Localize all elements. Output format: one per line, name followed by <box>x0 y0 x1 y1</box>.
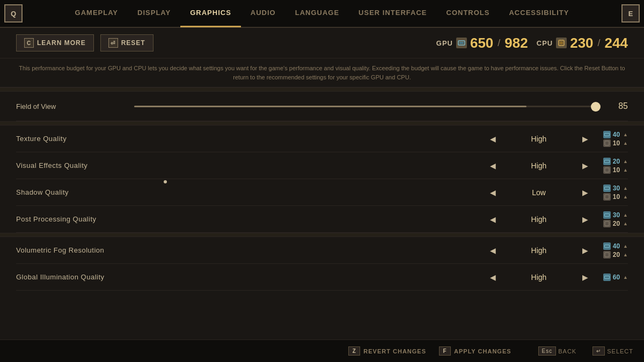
setting-control-3: ◀High▶ <box>487 214 590 225</box>
reset-button[interactable]: ⏎ RESET <box>100 34 153 51</box>
gpu-up-arrow-0: ▲ <box>623 132 628 137</box>
arrow-left-2[interactable]: ◀ <box>487 187 498 198</box>
setting-control-0: ◀High▶ <box>487 134 590 144</box>
nav-left-key[interactable]: Q <box>4 4 23 23</box>
gpu-cost-3: 30▲ <box>603 211 628 219</box>
arrow-left-11[interactable]: ◀ <box>487 272 498 283</box>
gpu-current: 650 <box>470 35 493 51</box>
gpu-up-arrow-3: ▲ <box>623 212 628 218</box>
svg-rect-1 <box>459 42 464 44</box>
tab-accessibility[interactable]: ACCESSIBILITY <box>499 0 579 27</box>
gpu-cost-value-3: 30 <box>613 211 620 219</box>
tab-language[interactable]: LANGUAGE <box>286 0 349 27</box>
setting-label-10: Volumetric Fog Resolution <box>16 246 487 254</box>
arrow-right-3[interactable]: ▶ <box>580 214 590 225</box>
setting-row-0: Texture Quality◀High▶40▲10▲ <box>16 125 628 152</box>
setting-label-11: Global Illumination Quality <box>16 273 487 281</box>
arrow-right-2[interactable]: ▶ <box>580 187 590 198</box>
arrow-right-0[interactable]: ▶ <box>580 134 590 144</box>
fov-slider-track[interactable] <box>134 106 596 107</box>
cpu-up-arrow-2: ▲ <box>623 194 628 200</box>
cost-badges-0: 40▲10▲ <box>590 131 628 147</box>
fov-section: Field of View 85 <box>0 92 644 121</box>
arrow-left-1[interactable]: ◀ <box>487 160 498 171</box>
cpu-icon <box>556 38 567 48</box>
fov-slider-thumb[interactable] <box>591 102 601 112</box>
back-key: Esc <box>538 346 557 356</box>
arrow-left-3[interactable]: ◀ <box>487 214 498 225</box>
cost-badges-11: 60▲ <box>590 274 628 281</box>
setting-value-2: Low <box>507 188 571 197</box>
tab-controls[interactable]: CONTROLS <box>437 0 500 27</box>
cpu-dot-2 <box>603 193 611 201</box>
apply-changes-action[interactable]: F APPLY CHANGES <box>439 346 511 356</box>
setting-value-10: High <box>507 246 571 255</box>
cpu-cost-10: 20▲ <box>603 251 628 258</box>
back-action[interactable]: Esc BACK <box>538 346 577 356</box>
gpu-dot-1 <box>603 158 611 165</box>
gpu-label: GPU <box>436 39 453 47</box>
select-label: SELECT <box>607 348 633 354</box>
arrow-right-11[interactable]: ▶ <box>580 272 590 283</box>
nav-right-key[interactable]: E <box>621 4 640 23</box>
fov-label: Field of View <box>16 102 123 110</box>
back-label: BACK <box>558 348 576 354</box>
gpu-cost-2: 30▲ <box>603 184 628 192</box>
svg-rect-17 <box>605 161 609 162</box>
cpu-up-arrow-1: ▲ <box>623 167 628 173</box>
cpu-budget: CPU 230 / 244 <box>537 35 628 51</box>
gpu-icon <box>456 38 467 48</box>
tab-gameplay[interactable]: GAMEPLAY <box>65 0 128 27</box>
cost-badges-2: 30▲10▲ <box>590 184 628 201</box>
gpu-cost-value-0: 40 <box>613 131 620 138</box>
tab-user-interface[interactable]: USER INTERFACE <box>349 0 436 27</box>
fov-slider-container[interactable] <box>123 106 606 107</box>
fov-value: 85 <box>606 101 628 111</box>
section-divider-3 <box>0 233 644 237</box>
cpu-separator: / <box>598 38 601 49</box>
gpu-dot-2 <box>603 184 611 192</box>
cpu-cost-2: 10▲ <box>603 193 628 201</box>
cost-badges-10: 40▲20▲ <box>590 242 628 258</box>
cpu-cost-value-1: 10 <box>613 166 620 174</box>
revert-key: Z <box>348 346 360 356</box>
arrow-left-10[interactable]: ◀ <box>487 245 498 256</box>
svg-rect-13 <box>605 134 609 135</box>
gpu-cost-value-11: 60 <box>613 274 620 281</box>
setting-label-0: Texture Quality <box>16 135 487 143</box>
arrow-right-10[interactable]: ▶ <box>580 245 590 256</box>
gpu-dot-10 <box>603 242 611 250</box>
setting-value-1: High <box>507 161 571 170</box>
setting-value-0: High <box>507 135 571 143</box>
tab-audio[interactable]: AUDIO <box>241 0 286 27</box>
cpu-cost-value-2: 10 <box>613 193 620 201</box>
svg-rect-19 <box>606 169 608 171</box>
svg-rect-25 <box>605 215 609 216</box>
tab-graphics[interactable]: GRAPHICS <box>180 0 241 27</box>
section-divider-1 <box>0 87 644 92</box>
select-action[interactable]: ↵ SELECT <box>592 346 633 356</box>
gpu-up-arrow-1: ▲ <box>623 159 628 164</box>
section-divider-2 <box>0 121 644 125</box>
setting-row-11: Global Illumination Quality◀High▶60▲ <box>16 264 628 291</box>
tab-display[interactable]: DISPLAY <box>128 0 180 27</box>
cost-badges-1: 20▲10▲ <box>590 158 628 174</box>
cpu-cost-3: 20▲ <box>603 220 628 227</box>
gpu-up-arrow-11: ▲ <box>623 275 628 280</box>
gpu-cost-10: 40▲ <box>603 242 628 250</box>
gpu-cost-value-2: 30 <box>613 184 620 192</box>
cpu-label: CPU <box>537 39 553 47</box>
setting-row-3: Post Processing Quality◀High▶30▲20▲ <box>16 206 628 233</box>
arrow-left-0[interactable]: ◀ <box>487 134 498 144</box>
setting-row-2: Shadow Quality◀Low▶30▲10▲ <box>16 179 628 206</box>
revert-changes-action[interactable]: Z REVERT CHANGES <box>348 346 426 356</box>
arrow-right-1[interactable]: ▶ <box>580 160 590 171</box>
setting-control-11: ◀High▶ <box>487 272 590 283</box>
svg-rect-21 <box>605 188 609 189</box>
svg-rect-23 <box>606 196 608 198</box>
bottom-bar: Z REVERT CHANGES F APPLY CHANGES Esc BAC… <box>0 339 644 362</box>
learn-more-button[interactable]: C LEARN MORE <box>16 34 94 51</box>
cpu-cost-value-3: 20 <box>613 220 620 227</box>
setting-value-11: High <box>507 273 571 282</box>
budget-section: GPU 650 / 982 CPU <box>436 35 628 51</box>
